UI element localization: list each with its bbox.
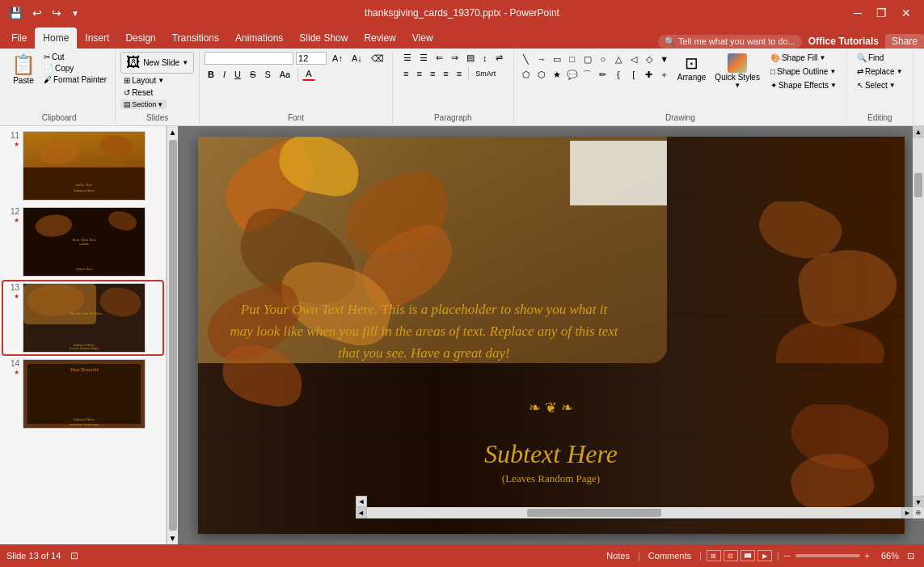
share-button[interactable]: Share [885, 34, 924, 49]
format-painter-button[interactable]: 🖌Format Painter [40, 74, 110, 85]
change-case-button[interactable]: Aa [276, 69, 293, 80]
numbering-button[interactable]: ☰ [416, 52, 431, 64]
shape-arrow[interactable]: → [534, 52, 549, 66]
zoom-in-icon[interactable]: + [865, 551, 870, 561]
columns-button[interactable]: ▤ [463, 52, 478, 64]
arrange-button[interactable]: ⊡ Arrange [674, 52, 710, 83]
quick-styles-button[interactable]: Quick Styles ▼ [711, 52, 763, 91]
font-name-input[interactable] [205, 52, 293, 65]
shape-more[interactable]: ▼ [657, 52, 672, 66]
slide-sorter-icon[interactable]: ⊟ [724, 550, 738, 561]
copy-button[interactable]: 📄Copy [40, 63, 110, 74]
v-scrollbar[interactable]: ▲ ▼ [913, 126, 924, 507]
shape-freeform[interactable]: ✏ [596, 67, 610, 82]
shape-curved[interactable]: ⌒ [580, 67, 595, 82]
line-spacing-button[interactable]: ↕ [479, 53, 491, 64]
strikethrough-button[interactable]: S [247, 69, 259, 80]
reading-view-icon[interactable]: 📖 [740, 550, 755, 561]
customize-qat-icon[interactable]: ▼ [69, 7, 82, 19]
underline-button[interactable]: U [231, 69, 244, 80]
bold-button[interactable]: B [205, 69, 217, 80]
replace-button[interactable]: ⇄Replace▼ [852, 66, 908, 78]
font-size-decrease-button[interactable]: A↓ [348, 53, 365, 64]
shape-brace[interactable]: { [611, 67, 626, 82]
redo-icon[interactable]: ↪ [49, 5, 64, 21]
align-right-button[interactable]: ≡ [427, 68, 438, 79]
h-scroll-left-btn[interactable]: ◄ [356, 507, 367, 518]
fit-to-window-button[interactable]: ⊡ [904, 549, 918, 563]
canvas-text-box[interactable]: Put Your Own Text Here. This is a placeh… [222, 290, 627, 373]
v-scroll-up-btn[interactable]: ▲ [913, 126, 924, 138]
shape-bracket[interactable]: [ [627, 67, 641, 82]
shape-triangle[interactable]: △ [611, 52, 626, 66]
undo-icon[interactable]: ↩ [30, 5, 44, 21]
tab-view[interactable]: View [404, 28, 441, 49]
slide-thumb-14[interactable]: 14 ★ YourTextadd Subtext Here sometimes … [3, 358, 162, 430]
h-scrollbar[interactable]: ◄ ► [356, 507, 913, 518]
section-button[interactable]: ▤Section▼ [120, 99, 167, 109]
shape-callout[interactable]: 💬 [565, 67, 580, 82]
save-icon[interactable]: 💾 [6, 5, 25, 21]
font-color-button[interactable]: A [302, 68, 314, 81]
layout-button[interactable]: ⊞Layout▼ [120, 75, 167, 86]
slide-img-11[interactable]: Italic Text Subtext Here [23, 131, 146, 201]
new-slide-button[interactable]: 🖼 New Slide ▼ [120, 52, 194, 74]
slide-thumb-13[interactable]: 13 ★ Put Your Own Text Here... Subtext H… [3, 281, 162, 354]
shape-line[interactable]: ╲ [519, 52, 534, 66]
indent-increase-button[interactable]: ⇒ [448, 52, 462, 64]
align-center-button[interactable]: ≡ [413, 68, 424, 79]
scroll-up-arrow[interactable]: ▲ [167, 126, 179, 138]
restore-button[interactable]: ❐ [870, 5, 893, 21]
v-scroll-thumb[interactable] [914, 173, 922, 197]
scroll-thumb[interactable] [169, 140, 177, 531]
shape-pentagon[interactable]: ⬠ [519, 67, 534, 82]
text-shadow-button[interactable]: S [261, 69, 273, 80]
shape-diamond[interactable]: ◇ [642, 52, 656, 66]
tab-review[interactable]: Review [356, 28, 403, 49]
paste-button[interactable]: 📋 Paste [8, 52, 39, 87]
font-size-increase-button[interactable]: A↑ [329, 53, 346, 64]
italic-button[interactable]: I [220, 69, 229, 80]
clear-format-button[interactable]: ⌫ [368, 53, 387, 65]
office-tutorials-link[interactable]: Office Tutorials [808, 36, 879, 47]
h-scroll-thumb[interactable] [527, 509, 660, 517]
find-button[interactable]: 🔍Find [852, 52, 888, 64]
tab-slideshow[interactable]: Slide Show [291, 28, 356, 49]
slide-canvas[interactable]: Put Your Own Text Here. This is a placeh… [198, 137, 905, 534]
shape-plus[interactable]: ＋ [657, 67, 672, 82]
text-direction-button[interactable]: ⇌ [492, 52, 506, 64]
slide-img-13[interactable]: Put Your Own Text Here... Subtext Here (… [23, 283, 146, 353]
tab-design[interactable]: Design [117, 28, 163, 49]
shape-oval[interactable]: ○ [596, 52, 610, 66]
slideshow-icon[interactable]: ▶ [757, 550, 772, 561]
shape-star[interactable]: ★ [550, 67, 564, 82]
tab-file[interactable]: File [3, 28, 35, 49]
scroll-corner[interactable]: ⊞ [913, 507, 924, 518]
slide-img-14[interactable]: YourTextadd Subtext Here sometimes bonus… [23, 359, 146, 429]
h-scroll-left[interactable]: ◄ [356, 496, 367, 507]
comments-button[interactable]: Comments [645, 549, 694, 562]
minimize-button[interactable]: ─ [847, 5, 868, 21]
scroll-down-arrow[interactable]: ▼ [167, 532, 179, 544]
tab-insert[interactable]: Insert [77, 28, 117, 49]
align-distribute-button[interactable]: ≡ [454, 68, 465, 79]
cut-button[interactable]: ✂Cut [40, 52, 110, 62]
v-scroll-down-btn[interactable]: ▼ [913, 496, 924, 507]
tab-home[interactable]: Home [35, 28, 77, 49]
shape-effects-button[interactable]: ✦Shape Effects▼ [766, 79, 842, 91]
notes-button[interactable]: Notes [603, 549, 633, 562]
slide-thumb-11[interactable]: 11 ★ Italic Text Subtext Here [3, 129, 162, 202]
zoom-out-icon[interactable]: ─ [784, 551, 791, 561]
h-scroll-right-btn[interactable]: ► [901, 507, 913, 518]
smartart-button[interactable]: SmArt [472, 69, 499, 78]
slide-img-12[interactable]: Your Title Text subtitle Subtext Here [23, 207, 146, 277]
shape-cross[interactable]: ✚ [642, 67, 656, 82]
shape-rect[interactable]: ▭ [550, 52, 564, 66]
justify-button[interactable]: ≡ [440, 68, 451, 79]
shape-fill-button[interactable]: 🎨Shape Fill▼ [766, 52, 842, 64]
font-size-input[interactable] [296, 52, 327, 65]
indent-decrease-button[interactable]: ⇐ [432, 52, 446, 64]
slide-panel-scrollbar[interactable]: ▲ ▼ [167, 126, 178, 544]
normal-view-icon[interactable]: ⊞ [707, 550, 721, 561]
shape-outline-button[interactable]: □Shape Outline▼ [766, 66, 842, 78]
